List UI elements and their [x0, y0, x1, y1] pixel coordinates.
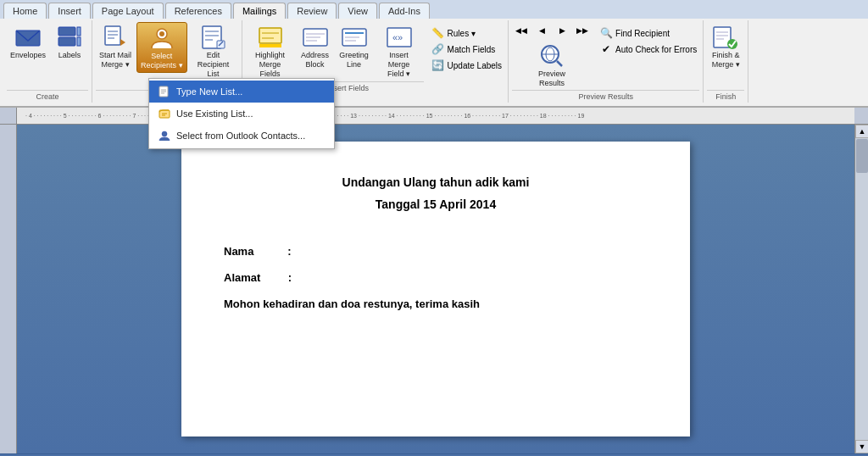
auto-check-button[interactable]: ✔ Auto Check for Errors	[597, 42, 699, 57]
use-existing-list-icon	[158, 107, 171, 120]
preview-results-label: Preview Results	[531, 70, 573, 88]
nav-first-icon: ◀◀	[514, 24, 529, 37]
finish-merge-label: Finish &Merge ▾	[712, 51, 740, 70]
type-new-list-label: Type New List...	[176, 86, 242, 97]
rules-label: Rules ▾	[448, 29, 476, 38]
preview-nav-next[interactable]: ▶	[553, 22, 571, 39]
scroll-track	[855, 138, 868, 440]
preview-group-label: Preview Results	[512, 90, 699, 101]
finish-buttons: Finish &Merge ▾	[707, 22, 744, 90]
document-area: Undangan Ulang tahun adik kami Tanggal 1…	[17, 125, 854, 453]
main-area: Undangan Ulang tahun adik kami Tanggal 1…	[0, 125, 868, 453]
tab-references[interactable]: References	[165, 3, 231, 19]
svg-point-48	[162, 131, 167, 136]
tab-view[interactable]: View	[338, 3, 377, 19]
svg-line-35	[557, 61, 562, 66]
find-recipient-button[interactable]: 🔍 Find Recipient	[597, 25, 699, 41]
document-date: Tanggal 15 April 2014	[224, 197, 648, 211]
svg-rect-3	[77, 27, 81, 36]
svg-rect-1	[58, 27, 75, 36]
highlight-merge-fields-button[interactable]: HighlightMerge Fields	[246, 22, 295, 80]
tab-review[interactable]: Review	[287, 3, 337, 19]
preview-nav-last[interactable]: ▶▶	[573, 22, 592, 39]
auto-check-label: Auto Check for Errors	[615, 45, 697, 54]
tab-home[interactable]: Home	[3, 3, 47, 19]
tab-insert[interactable]: Insert	[48, 3, 91, 19]
select-recipients-button[interactable]: SelectRecipients ▾	[136, 22, 187, 73]
document-title: Undangan Ulang tahun adik kami	[224, 175, 648, 189]
update-labels-label: Update Labels	[448, 61, 503, 70]
use-existing-list-item[interactable]: Use Existing List...	[149, 103, 334, 125]
finish-group-label: Finish	[707, 90, 744, 101]
nav-next-icon: ▶	[554, 24, 570, 37]
insert-merge-field-label: Insert MergeField ▾	[378, 51, 420, 78]
create-buttons: Envelopes Labels	[7, 22, 88, 90]
insert-merge-field-icon: «»	[386, 24, 413, 51]
ribbon: Envelopes Labels Create	[0, 19, 868, 108]
preview-nav-prev[interactable]: ◀	[532, 22, 551, 39]
auto-check-icon: ✔	[599, 42, 613, 56]
scroll-thumb[interactable]	[856, 139, 868, 173]
ribbon-group-preview: ◀◀ ◀ ▶ ▶▶	[509, 20, 704, 103]
outlook-contacts-icon	[158, 129, 171, 142]
labels-icon	[56, 24, 83, 51]
preview-nav-first[interactable]: ◀◀	[512, 22, 531, 39]
type-new-list-icon	[158, 85, 171, 98]
svg-rect-2	[58, 37, 75, 46]
preview-results-icon	[538, 42, 565, 70]
finish-merge-button[interactable]: Finish &Merge ▾	[707, 22, 744, 71]
select-outlook-contacts-item[interactable]: Select from Outlook Contacts...	[149, 125, 334, 147]
finish-merge-icon	[712, 24, 739, 51]
ruler-corner	[0, 108, 17, 124]
envelope-icon	[14, 24, 42, 51]
labels-button[interactable]: Labels	[51, 22, 88, 62]
greeting-line-icon	[341, 24, 368, 51]
start-mail-merge-label: Start MailMerge ▾	[99, 51, 131, 70]
create-group-label: Create	[7, 90, 88, 101]
scroll-up-button[interactable]: ▲	[855, 125, 868, 138]
greeting-line-button[interactable]: GreetingLine	[336, 22, 373, 80]
tab-addins[interactable]: Add-Ins	[379, 3, 430, 19]
svg-rect-21	[259, 44, 281, 47]
document-field-alamat: Alamat :	[224, 271, 648, 284]
rules-button[interactable]: 📏 Rules ▾	[429, 25, 505, 41]
document-footer: Mohon kehadiran dan doa restunya, terima…	[224, 298, 648, 310]
ribbon-group-finish: Finish &Merge ▾ Finish	[704, 20, 748, 103]
scroll-down-button[interactable]: ▼	[855, 440, 868, 453]
insert-merge-field-button[interactable]: «» Insert MergeField ▾	[375, 22, 424, 80]
highlight-merge-icon	[257, 24, 284, 51]
svg-rect-5	[105, 26, 120, 45]
preview-results-button[interactable]: Preview Results	[527, 41, 576, 90]
svg-point-11	[159, 31, 164, 36]
preview-small-buttons: 🔍 Find Recipient ✔ Auto Check for Errors	[597, 25, 699, 57]
type-new-list-item[interactable]: Type New List...	[149, 81, 334, 103]
find-recipient-label: Find Recipient	[615, 29, 670, 38]
svg-text:«»: «»	[392, 32, 403, 42]
nav-prev-icon: ◀	[534, 24, 549, 37]
svg-marker-9	[120, 39, 125, 46]
address-block-button[interactable]: AddressBlock	[297, 22, 334, 80]
address-block-icon	[302, 24, 329, 51]
match-fields-button[interactable]: 🔗 Match Fields	[429, 42, 505, 57]
greeting-line-label: GreetingLine	[339, 51, 369, 70]
envelopes-button[interactable]: Envelopes	[7, 22, 49, 62]
labels-label: Labels	[58, 51, 81, 60]
find-recipient-icon: 🔍	[599, 26, 613, 40]
horizontal-ruler: · 4 · · · · · · · · · 5 · · · · · · · · …	[17, 108, 854, 124]
start-mail-merge-button[interactable]: Start MailMerge ▾	[96, 22, 135, 71]
rules-icon: 📏	[431, 26, 445, 40]
write-small-buttons: 📏 Rules ▾ 🔗 Match Fields 🔄 Update Labels	[429, 25, 505, 73]
edit-recipient-label: EditRecipient List	[192, 51, 235, 78]
address-block-label: AddressBlock	[301, 51, 329, 70]
outlook-contacts-label: Select from Outlook Contacts...	[176, 131, 305, 141]
tab-page-layout[interactable]: Page Layout	[92, 3, 164, 19]
tab-mailings[interactable]: Mailings	[233, 3, 286, 19]
svg-rect-4	[77, 37, 81, 46]
ruler-area: · 4 · · · · · · · · · 5 · · · · · · · · …	[0, 108, 868, 125]
status-bar: Page: 1 of 1 Words: 20 English (United S…	[0, 453, 868, 456]
highlight-merge-label: HighlightMerge Fields	[249, 51, 292, 78]
update-labels-button[interactable]: 🔄 Update Labels	[429, 58, 505, 73]
svg-rect-18	[259, 28, 281, 43]
edit-recipient-list-button[interactable]: EditRecipient List	[189, 22, 238, 80]
edit-recipient-icon	[200, 24, 227, 51]
